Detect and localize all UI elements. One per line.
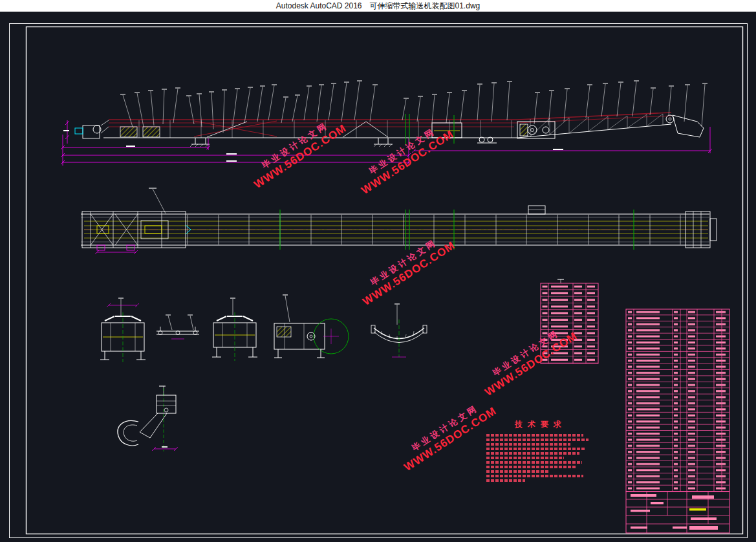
section-return-roller: [157, 315, 199, 339]
requirement-line: [486, 434, 583, 437]
requirement-line: [486, 461, 582, 464]
requirement-line: [486, 439, 589, 441]
plan-view: [81, 188, 717, 254]
requirement-line: [486, 470, 548, 473]
section-views: [100, 295, 427, 362]
section-drive-unit: [274, 295, 349, 358]
requirement-line: [486, 452, 579, 455]
requirement-line: [486, 457, 564, 459]
autocad-window: { "window": { "title": "Autodesk AutoCAD…: [0, 0, 756, 542]
cad-canvas[interactable]: 毕业设计论文网 WWW.56DOC.COM 毕业设计论文网 WWW.56DOC.…: [0, 12, 756, 542]
window-title: Autodesk AutoCAD 2016 可伸缩带式输送机装配图01.dwg: [276, 1, 480, 10]
requirement-line: [486, 443, 570, 446]
tail-cyan-part: [75, 128, 83, 134]
requirement-line: [486, 466, 577, 468]
section-trough-idler-2: [212, 298, 257, 361]
title-block: [626, 492, 729, 533]
requirement-line: [486, 479, 525, 482]
idler-spacing-table: [541, 279, 598, 363]
detail-view-plow: [118, 386, 178, 451]
cad-drawing: [0, 12, 756, 542]
section-trough-idler-1: [100, 298, 146, 362]
section-curved-trough: [371, 304, 427, 357]
parts-list-table: [626, 309, 729, 492]
requirement-line: [486, 448, 585, 450]
technical-requirements-heading: 技术要求: [486, 419, 595, 430]
elevation-view: [61, 113, 712, 166]
requirement-line: [486, 475, 583, 477]
leader-callouts: [120, 81, 707, 133]
technical-requirements: 技术要求: [486, 419, 595, 484]
window-titlebar: Autodesk AutoCAD 2016 可伸缩带式输送机装配图01.dwg: [0, 0, 756, 12]
